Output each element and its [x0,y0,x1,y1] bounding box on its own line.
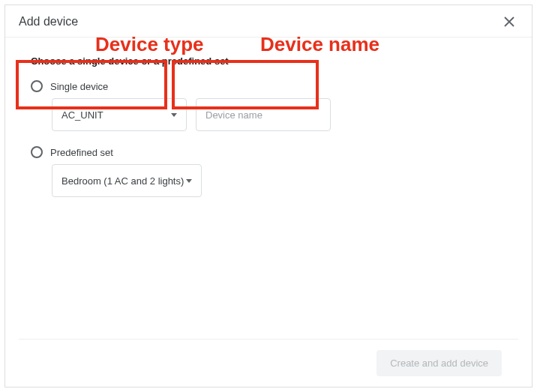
predefined-set-controls: Bedroom (1 AC and 2 lights) [52,164,506,197]
predefined-set-select[interactable]: Bedroom (1 AC and 2 lights) [52,164,202,197]
close-button[interactable] [500,13,518,31]
dialog-title: Add device [19,15,78,28]
single-device-radio[interactable] [31,80,43,92]
create-and-add-button[interactable]: Create and add device [376,350,502,376]
dialog-body: Choose a single device or a predefined s… [5,37,532,339]
predefined-set-row: Predefined set [31,146,506,158]
dialog-header: Add device [5,5,532,37]
device-name-input[interactable] [196,98,331,131]
close-icon [504,16,514,27]
dialog-footer: Create and add device [19,339,518,387]
prompt-text: Choose a single device or a predefined s… [31,55,506,67]
single-device-label: Single device [50,81,108,92]
device-type-select[interactable]: AC_UNIT [52,98,187,131]
single-device-row: Single device [31,80,506,92]
predefined-set-value: Bedroom (1 AC and 2 lights) [62,175,184,187]
add-device-dialog: Add device Choose a single device or a p… [4,4,532,388]
chevron-down-icon [171,113,177,117]
device-type-value: AC_UNIT [62,109,104,121]
predefined-set-label: Predefined set [50,147,113,158]
single-device-controls: AC_UNIT [52,98,506,131]
chevron-down-icon [186,179,192,183]
predefined-set-radio[interactable] [31,146,43,158]
